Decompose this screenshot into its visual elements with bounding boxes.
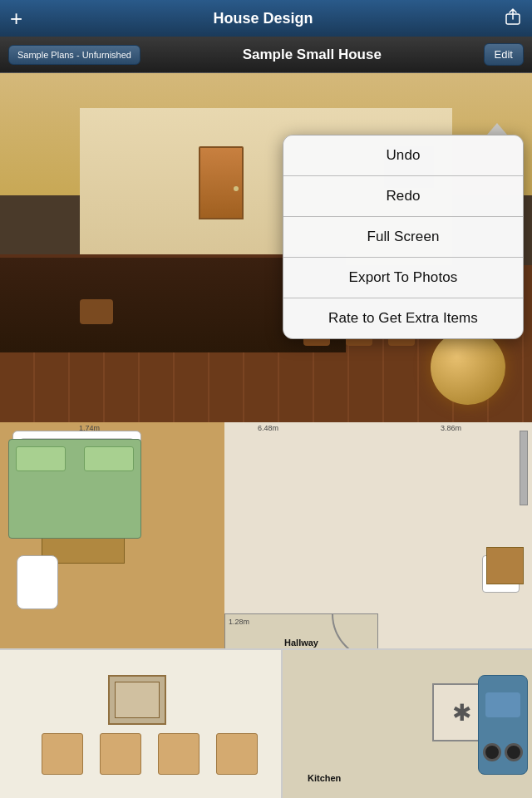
door [199, 146, 244, 219]
lower-room-right: ✱ Kitchen [283, 650, 532, 798]
door-knob [234, 186, 239, 191]
car-wheel-1 [483, 743, 501, 761]
lounge-chair-3 [158, 733, 200, 775]
lounge-chair-4 [216, 733, 258, 775]
counter-item [80, 299, 113, 324]
dropdown-arrow [487, 123, 507, 135]
garage-car [478, 675, 528, 775]
plan-title: Sample Small House [243, 47, 382, 63]
add-button[interactable]: + [10, 6, 22, 32]
main-content-area: Undo Redo Full Screen Export To Photos R… [0, 73, 532, 798]
floor-plan-area: 1.74m 6.48m 3.86m Office (17.39 m²) [0, 422, 532, 798]
towel-rack [520, 431, 528, 505]
pillow-1 [16, 446, 66, 471]
nightstand [486, 547, 524, 584]
dim-label-3: 3.86m [441, 424, 461, 432]
rate-items-button[interactable]: Rate to Get Extra Items [283, 298, 523, 338]
share-button[interactable] [504, 7, 522, 30]
lower-floor-plan: ✱ Kitchen [0, 648, 532, 798]
pillow-2 [84, 446, 134, 471]
dim-label-7: 1.28m [229, 618, 249, 626]
car-roof [485, 692, 520, 717]
lower-room-left [0, 650, 283, 798]
top-navigation-bar: + House Design [0, 0, 532, 37]
dropdown-menu: Undo Redo Full Screen Export To Photos R… [283, 135, 524, 339]
lounge-chair-2 [100, 733, 141, 775]
fullscreen-button[interactable]: Full Screen [283, 217, 523, 258]
export-photos-button[interactable]: Export To Photos [283, 258, 523, 298]
kitchen-label: Kitchen [308, 773, 341, 783]
decorative-lamp [431, 330, 505, 405]
redo-button[interactable]: Redo [283, 176, 523, 217]
toilet [17, 555, 58, 609]
bed [8, 439, 141, 539]
back-button[interactable]: Sample Plans - Unfurnished [8, 45, 140, 65]
edit-button[interactable]: Edit [484, 43, 524, 66]
dropdown-menu-overlay: Undo Redo Full Screen Export To Photos R… [283, 123, 524, 339]
undo-button[interactable]: Undo [283, 135, 523, 176]
car-wheel-2 [505, 743, 523, 761]
app-title: House Design [214, 10, 313, 27]
fireplace [108, 675, 166, 725]
dim-label-2: 6.48m [258, 424, 278, 432]
secondary-navigation-bar: Sample Plans - Unfurnished Sample Small … [0, 37, 532, 73]
lounge-chair-1 [42, 733, 83, 775]
3d-render-area: Undo Redo Full Screen Export To Photos R… [0, 73, 532, 422]
